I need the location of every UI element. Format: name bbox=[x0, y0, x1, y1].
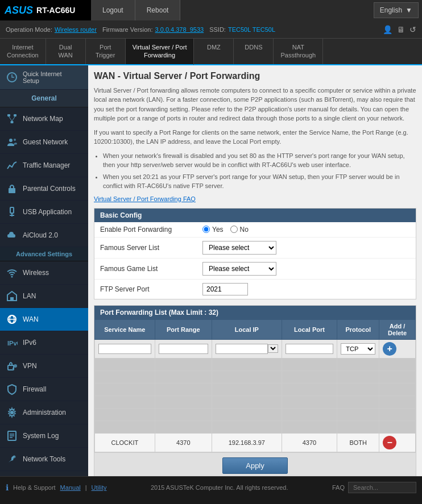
entry-local-ip-select[interactable]: ▼ bbox=[268, 344, 278, 353]
famous-game-select[interactable]: Please select bbox=[202, 262, 276, 276]
sidebar-item-usb-application[interactable]: USB Application bbox=[0, 201, 88, 224]
sidebar-section-general: General bbox=[0, 90, 88, 107]
ipv6-icon: IPv6 bbox=[6, 336, 18, 349]
data-protocol bbox=[337, 358, 379, 370]
svg-rect-9 bbox=[10, 207, 14, 213]
language-label: English bbox=[380, 6, 402, 14]
manual-link[interactable]: Manual bbox=[60, 484, 81, 491]
apply-button[interactable]: Apply bbox=[222, 457, 288, 474]
delete-entry-button[interactable]: − bbox=[383, 436, 396, 449]
entry-add-cell: + bbox=[379, 339, 416, 358]
tab-bar: Internet Connection Dual WAN Port Trigge… bbox=[0, 39, 422, 65]
entry-protocol-cell: TCP UDP BOTH bbox=[337, 339, 379, 358]
data-local-port bbox=[282, 395, 337, 408]
data-service-name bbox=[95, 395, 155, 408]
entry-local-ip-input[interactable] bbox=[216, 344, 268, 354]
sidebar-item-aicloud[interactable]: AiCloud 2.0 bbox=[0, 224, 88, 247]
svg-text:IPv6: IPv6 bbox=[7, 340, 18, 347]
sidebar-item-parental-controls[interactable]: Parental Controls bbox=[0, 177, 88, 201]
radio-no[interactable]: No bbox=[230, 226, 249, 234]
reboot-button[interactable]: Reboot bbox=[135, 0, 181, 20]
ftp-port-input[interactable]: 2021 bbox=[202, 283, 248, 295]
famous-game-value: Please select bbox=[202, 262, 410, 276]
sidebar-wan-label: WAN bbox=[23, 315, 39, 323]
svg-point-12 bbox=[11, 276, 13, 277]
quick-setup-icon bbox=[6, 71, 18, 84]
sidebar-network-map-label: Network Map bbox=[23, 115, 63, 123]
entry-local-ip-cell: ▼ bbox=[212, 339, 282, 358]
help-icon: ℹ bbox=[6, 483, 9, 492]
entry-port-range-input[interactable] bbox=[159, 344, 208, 354]
operation-mode-value[interactable]: Wireless router bbox=[55, 26, 97, 33]
monitor-icon[interactable]: 🖥 bbox=[397, 25, 405, 34]
footer-separator: | bbox=[85, 484, 87, 491]
data-port-range bbox=[155, 408, 212, 420]
sidebar-item-guest-network[interactable]: Guest Network bbox=[0, 131, 88, 154]
logout-button[interactable]: Logout bbox=[91, 0, 135, 20]
language-dropdown-arrow: ▼ bbox=[406, 6, 412, 14]
data-local-port bbox=[282, 408, 337, 420]
entry-service-name-cell bbox=[95, 339, 155, 358]
col-local-ip: Local IP bbox=[212, 319, 282, 339]
sidebar-ipv6-label: IPv6 bbox=[23, 339, 36, 347]
pf-list-section: Port Forwarding List (Max Limit : 32) Se… bbox=[94, 305, 416, 476]
entry-protocol-select[interactable]: TCP UDP BOTH bbox=[341, 343, 375, 355]
tab-virtual-server[interactable]: Virtual Server / Port Forwarding bbox=[126, 39, 195, 65]
person-icon[interactable]: 👤 bbox=[383, 25, 392, 34]
bullet-list: When your network's firewall is disabled… bbox=[103, 151, 416, 191]
sidebar-item-lan[interactable]: LAN bbox=[0, 285, 88, 308]
sidebar-item-traffic-manager[interactable]: Traffic Manager bbox=[0, 154, 88, 177]
sidebar-item-firewall[interactable]: Firewall bbox=[0, 378, 88, 401]
bullet-item-2: When you set 20:21 as your FTP server's … bbox=[103, 172, 416, 191]
sidebar-item-system-log[interactable]: System Log bbox=[0, 424, 88, 448]
footer-search-input[interactable] bbox=[348, 482, 416, 493]
refresh-icon[interactable]: ↺ bbox=[409, 25, 416, 34]
network-tools-icon bbox=[6, 453, 18, 465]
sidebar-item-administration[interactable]: Administration bbox=[0, 401, 88, 424]
tab-dmz[interactable]: DMZ bbox=[194, 39, 234, 64]
top-bar: ASUS RT-AC66U Logout Reboot English ▼ bbox=[0, 0, 422, 20]
sidebar-item-vpn[interactable]: VPN bbox=[0, 355, 88, 378]
bullet-item-1: When your network's firewall is disabled… bbox=[103, 151, 416, 170]
data-port-range bbox=[155, 358, 212, 370]
pf-list-header: Port Forwarding List (Max Limit : 32) bbox=[94, 306, 416, 319]
sidebar-administration-label: Administration bbox=[23, 409, 66, 416]
data-local-ip bbox=[212, 395, 282, 408]
utility-link[interactable]: Utility bbox=[92, 484, 107, 491]
sidebar-item-wan[interactable]: WAN bbox=[0, 308, 88, 331]
tab-port-trigger[interactable]: Port Trigger bbox=[86, 39, 126, 64]
sidebar-item-network-tools[interactable]: Network Tools bbox=[0, 448, 88, 471]
radio-yes[interactable]: Yes bbox=[202, 226, 224, 234]
tab-internet-connection[interactable]: Internet Connection bbox=[0, 39, 46, 64]
sidebar-item-quick-setup[interactable]: Quick InternetSetup bbox=[0, 65, 88, 90]
data-action bbox=[379, 408, 416, 420]
svg-point-21 bbox=[10, 411, 14, 414]
tab-nat-passthrough[interactable]: NAT Passthrough bbox=[274, 39, 323, 64]
entry-local-port-input[interactable] bbox=[286, 344, 333, 354]
entry-local-port-cell bbox=[282, 339, 337, 358]
basic-config-section: Basic Config Enable Port Forwarding Yes … bbox=[94, 208, 416, 299]
sidebar-item-wireless[interactable]: Wireless bbox=[0, 261, 88, 285]
tab-ddns[interactable]: DDNS bbox=[234, 39, 274, 64]
faq-link[interactable]: Virtual Server / Port Forwarding FAQ bbox=[94, 195, 416, 202]
sidebar-item-ipv6[interactable]: IPv6 IPv6 bbox=[0, 331, 88, 355]
add-entry-button[interactable]: + bbox=[383, 342, 396, 356]
sidebar-vpn-label: VPN bbox=[23, 362, 37, 370]
famous-server-value: Please select bbox=[202, 241, 410, 255]
radio-no-input[interactable] bbox=[230, 226, 238, 233]
firmware-label: Firmware Version: bbox=[102, 26, 153, 33]
firmware-value[interactable]: 3.0.0.4.378_9533 bbox=[155, 26, 204, 33]
table-row bbox=[95, 420, 416, 433]
radio-yes-input[interactable] bbox=[202, 226, 210, 233]
language-selector[interactable]: English ▼ bbox=[374, 2, 419, 18]
ssid-value: TEC50L TEC50L bbox=[228, 26, 275, 33]
famous-server-select[interactable]: Please select bbox=[202, 241, 276, 255]
guest-network-icon bbox=[6, 136, 18, 148]
entry-service-name-input[interactable] bbox=[98, 344, 151, 354]
sidebar-item-network-map[interactable]: Network Map bbox=[0, 107, 88, 131]
tab-dual-wan[interactable]: Dual WAN bbox=[46, 39, 86, 64]
ftp-port-label: FTP Server Port bbox=[100, 285, 202, 293]
sidebar-usb-application-label: USB Application bbox=[23, 208, 72, 216]
sidebar-parental-controls-label: Parental Controls bbox=[23, 185, 76, 193]
system-log-icon bbox=[6, 430, 18, 442]
